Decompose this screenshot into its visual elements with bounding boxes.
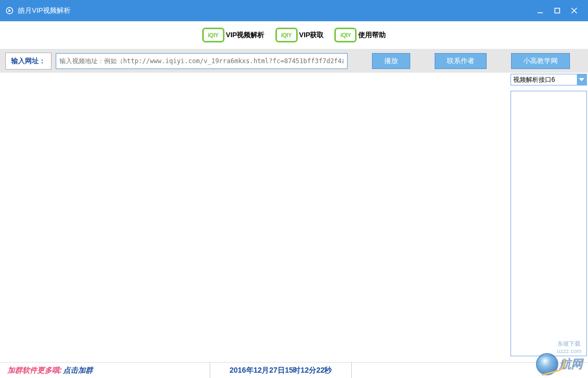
url-input[interactable] (56, 53, 348, 69)
dropdown-selected: 视频解析接口6 (511, 74, 577, 85)
tab-vip-parse[interactable]: iQIY VIP视频解析 (202, 28, 265, 42)
iqiyi-logo-icon: iQIY (334, 28, 357, 42)
window-controls (532, 2, 583, 19)
minimize-button[interactable] (532, 2, 549, 19)
join-group-link[interactable]: 点击加群 (63, 366, 93, 375)
tab-label: VIP获取 (299, 30, 324, 40)
video-panel (0, 73, 509, 377)
content-area: 视频解析接口6 (0, 73, 588, 377)
tab-label: VIP视频解析 (226, 30, 265, 40)
watermark: 航网 (536, 353, 583, 375)
input-row: 输入网址： 播放 联系作者 小高教学网 (0, 49, 588, 73)
side-list-box (511, 91, 587, 356)
iqiyi-logo-icon: iQIY (202, 28, 224, 42)
svg-marker-6 (579, 78, 584, 81)
watermark-corner: 东坡下载 uzzz.com (557, 340, 582, 354)
chevron-down-icon (577, 74, 586, 85)
contact-author-button[interactable]: 联系作者 (435, 53, 487, 69)
status-left: 加群软件更多哦: 点击加群 (0, 366, 93, 375)
tab-label: 使用帮助 (358, 30, 386, 40)
maximize-button[interactable] (549, 2, 566, 19)
statusbar: 加群软件更多哦: 点击加群 2016年12月27日15时12分22秒 (0, 362, 588, 378)
tabs-bar: iQIY VIP视频解析 iQIY VIP获取 iQIY 使用帮助 (0, 21, 588, 49)
play-button[interactable]: 播放 (372, 53, 410, 69)
status-datetime: 2016年12月27日15时12分22秒 (210, 363, 352, 378)
tutorial-site-button[interactable]: 小高教学网 (511, 53, 570, 69)
svg-rect-3 (555, 8, 560, 13)
titlebar: 皓月VIP视频解析 (0, 0, 588, 21)
url-label: 输入网址： (5, 53, 51, 70)
side-panel: 视频解析接口6 (509, 73, 588, 377)
window-title: 皓月VIP视频解析 (18, 6, 532, 15)
group-hint-text: 加群软件更多哦: (7, 366, 62, 375)
iqiyi-logo-icon: iQIY (275, 28, 298, 42)
svg-marker-1 (8, 9, 11, 12)
tab-vip-get[interactable]: iQIY VIP获取 (275, 28, 324, 42)
app-icon (5, 6, 14, 15)
close-button[interactable] (566, 2, 583, 19)
parse-interface-dropdown[interactable]: 视频解析接口6 (511, 74, 587, 85)
tab-help[interactable]: iQIY 使用帮助 (334, 28, 386, 42)
